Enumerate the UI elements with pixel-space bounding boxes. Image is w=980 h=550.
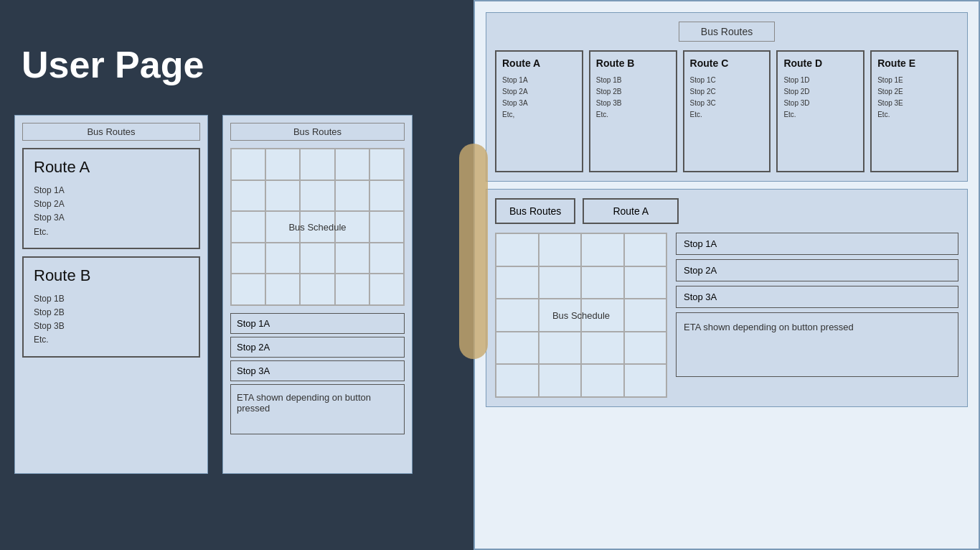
page-title: User Page <box>0 0 473 101</box>
route-card-sm-b[interactable]: Route B Stop 1BStop 2BStop 3BEtc. <box>589 50 677 172</box>
grid-cell <box>369 243 404 274</box>
bottom-content: Bus Schedule Stop 1A Stop 2A Stop 3A ETA… <box>495 233 958 398</box>
grid-cell-lg <box>496 332 539 365</box>
grid-cell <box>335 149 369 180</box>
route-a-stops: Stop 1AStop 2AStop 3AEtc. <box>34 184 189 239</box>
grid-cell <box>300 274 334 305</box>
grid-cell <box>369 274 404 305</box>
grid-cell <box>335 274 369 305</box>
route-a-title: Route A <box>34 158 189 177</box>
grid-cell <box>265 180 300 212</box>
stop-3a-button[interactable]: Stop 3A <box>230 360 405 381</box>
stop-3a-lg-button[interactable]: Stop 3A <box>676 286 958 308</box>
route-sm-a-title: Route A <box>502 57 576 69</box>
grid-cell-lg <box>496 266 539 299</box>
schedule-grid-large: Bus Schedule <box>495 233 667 398</box>
stop-2a-lg-button[interactable]: Stop 2A <box>676 259 958 281</box>
grid-cell-lg <box>624 233 667 266</box>
grid-cell-lg <box>581 332 624 365</box>
stop-1a-lg-button[interactable]: Stop 1A <box>676 233 958 255</box>
left-panel: User Page Bus Routes Route A Stop 1AStop… <box>0 0 473 550</box>
grid-cell <box>231 243 265 274</box>
grid-cell-lg <box>581 266 624 299</box>
bus-routes-button[interactable]: Bus Routes <box>495 198 575 224</box>
grid-cell-lg <box>539 364 582 397</box>
grid-cell <box>300 180 334 212</box>
grid-cell-lg <box>539 233 582 266</box>
route-b-title: Route B <box>34 266 189 285</box>
grid-cell <box>231 180 265 212</box>
route-card-sm-c[interactable]: Route C Stop 1CStop 2CStop 3CEtc. <box>683 50 771 172</box>
grid-cell-lg <box>496 364 539 397</box>
grid-cell-lg <box>581 233 624 266</box>
grid-cell <box>231 211 265 243</box>
route-card-b[interactable]: Route B Stop 1BStop 2BStop 3BEtc. <box>22 256 200 358</box>
right-top-title: Bus Routes <box>679 22 775 42</box>
divider-decoration <box>459 144 488 359</box>
grid-cell <box>231 149 265 180</box>
route-card-sm-a[interactable]: Route A Stop 1AStop 2AStop 3AEtc, <box>495 50 583 172</box>
route-sm-d-title: Route D <box>783 57 857 69</box>
right-title-wrapper: Bus Routes <box>495 22 958 50</box>
grid-cell <box>369 149 404 180</box>
grid-cell <box>231 274 265 305</box>
route-sm-b-title: Route B <box>596 57 670 69</box>
schedule-label-small: Bus Schedule <box>288 222 346 233</box>
grid-cell-lg <box>624 332 667 365</box>
wireframe2-title: Bus Routes <box>230 123 405 141</box>
grid-cell-lg <box>624 266 667 299</box>
grid-cell-lg <box>496 233 539 266</box>
route-b-stops: Stop 1BStop 2BStop 3BEtc. <box>34 292 189 348</box>
route-card-a[interactable]: Route A Stop 1AStop 2AStop 3AEtc. <box>22 148 200 249</box>
grid-cell-lg <box>539 266 582 299</box>
route-card-sm-d[interactable]: Route D Stop 1DStop 2DStop 3DEtc. <box>776 50 864 172</box>
grid-cell <box>335 180 369 212</box>
route-sm-d-stops: Stop 1DStop 2DStop 3DEtc. <box>783 75 857 121</box>
route-sm-c-title: Route C <box>690 57 764 69</box>
route-sm-b-stops: Stop 1BStop 2BStop 3BEtc. <box>596 75 670 121</box>
stop-1a-button[interactable]: Stop 1A <box>230 313 405 334</box>
eta-box-large: ETA shown depending on button pressed <box>676 312 958 377</box>
grid-cell <box>300 149 334 180</box>
wireframes-container: Bus Routes Route A Stop 1AStop 2AStop 3A… <box>0 108 473 481</box>
bottom-header: Bus Routes Route A <box>495 198 958 224</box>
grid-cell-lg <box>539 332 582 365</box>
grid-cell <box>265 274 300 305</box>
route-sm-c-stops: Stop 1CStop 2CStop 3CEtc. <box>690 75 764 121</box>
grid-cell <box>369 180 404 212</box>
grid-cell <box>335 243 369 274</box>
grid-cell <box>369 211 404 243</box>
route-sm-e-stops: Stop 1EStop 2EStop 3EEtc. <box>877 75 951 121</box>
grid-cell <box>300 243 334 274</box>
bottom-stops: Stop 1A Stop 2A Stop 3A ETA shown depend… <box>676 233 958 398</box>
routes-grid: Route A Stop 1AStop 2AStop 3AEtc, Route … <box>495 50 958 172</box>
route-card-sm-e[interactable]: Route E Stop 1EStop 2EStop 3EEtc. <box>870 50 958 172</box>
schedule-label-large: Bus Schedule <box>552 310 610 321</box>
schedule-grid-small: Bus Schedule <box>230 148 405 306</box>
grid-cell-lg <box>496 299 539 332</box>
eta-box-small: ETA shown depending on button pressed <box>230 384 405 434</box>
wireframe-routes-list: Bus Routes Route A Stop 1AStop 2AStop 3A… <box>14 115 208 474</box>
route-sm-e-title: Route E <box>877 57 951 69</box>
wireframe-route-detail: Bus Routes <box>222 115 413 474</box>
route-a-button[interactable]: Route A <box>583 198 679 224</box>
grid-cell-lg <box>624 364 667 397</box>
grid-cell-lg <box>581 364 624 397</box>
grid-cell-lg <box>624 299 667 332</box>
right-panel: Bus Routes Route A Stop 1AStop 2AStop 3A… <box>473 0 980 550</box>
right-bottom-section: Bus Routes Route A <box>486 189 968 407</box>
grid-cell <box>265 149 300 180</box>
stop-2a-button[interactable]: Stop 2A <box>230 337 405 358</box>
right-top-section: Bus Routes Route A Stop 1AStop 2AStop 3A… <box>486 12 968 182</box>
route-sm-a-stops: Stop 1AStop 2AStop 3AEtc, <box>502 75 576 121</box>
bottom-schedule: Bus Schedule <box>495 233 667 398</box>
grid-cell <box>265 243 300 274</box>
wireframe1-title: Bus Routes <box>22 123 200 141</box>
